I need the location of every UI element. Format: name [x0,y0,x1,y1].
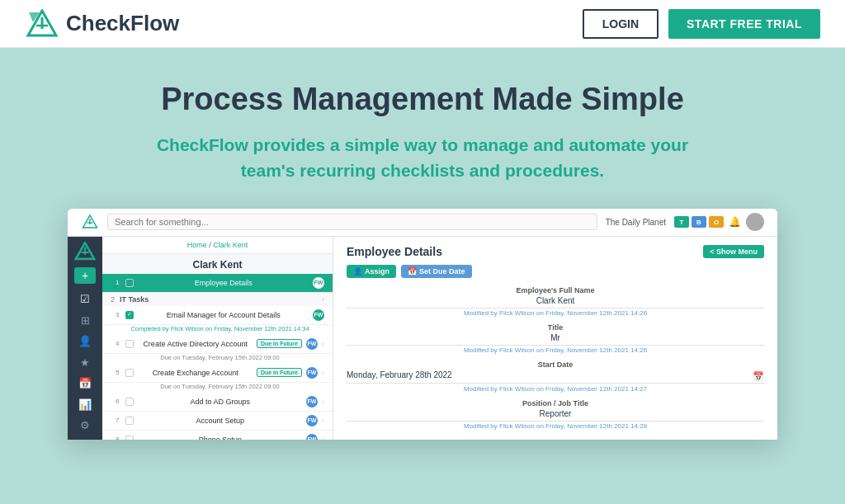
field-label: Title [347,323,764,332]
assign-button[interactable]: 👤 Assign [347,265,396,278]
task-num: 8 [116,436,119,440]
task-name: Email Manager for Account Details [138,311,309,319]
task-checkbox[interactable] [125,436,134,440]
field-value[interactable]: Monday, February 28th 2022 [347,370,452,382]
table-row[interactable]: 4 Create Active Directory Account Due in… [102,335,333,364]
field-meta: Modified by Flick Wilson on Friday, Nove… [347,309,764,317]
table-row[interactable]: 6 Add to AD Groups FW › [102,393,333,412]
task-checkbox[interactable] [125,369,134,377]
show-menu-button[interactable]: < Show Menu [703,245,764,258]
sidebar-calendar-icon[interactable]: 📅 [76,374,94,393]
field-meta: Modified by Flick Wilson on Friday, Nove… [347,346,764,354]
table-row[interactable]: 7 Account Setup FW › [102,412,333,431]
chevron-right-icon: › [322,436,324,440]
task-num: 4 [116,340,119,347]
task-name: Phone Setup [138,436,302,440]
notification-bell-icon[interactable]: 🔔 [729,216,741,228]
app-sidebar: + ☑ ⊞ 👤 ★ 📅 📊 ⚙ [68,237,102,440]
field-value[interactable]: Reporter [347,409,764,422]
app-search-input[interactable] [107,214,597,230]
breadcrumb: Home / Clark Kent [102,237,333,254]
hero-title: Process Management Made Simple [17,81,828,119]
task-checkbox[interactable] [125,417,134,425]
sidebar-chart-icon[interactable]: 📊 [76,396,94,414]
org-name: The Daily Planet [606,218,666,227]
logo-area: CheckFlow [25,9,179,39]
task-name: Account Setup [138,417,302,425]
task-name: Create Active Directory Account [138,340,252,348]
calendar-picker-icon[interactable]: 📅 [753,371,764,382]
sidebar-star-icon[interactable]: ★ [76,353,94,371]
table-row[interactable]: 5 Create Exchange Account Due in Future … [102,364,333,393]
task-meta: Due on Tuesday, February 15th 2022 09:00 [102,383,333,393]
chevron-right-icon: › [322,369,324,377]
chevron-right-icon: › [322,340,324,348]
due-badge: Due in Future [257,368,302,377]
field-value[interactable]: Clark Kent [347,296,764,309]
active-task-row[interactable]: 1 Employee Details FW [102,274,333,293]
field-label: Start Date [347,360,764,369]
app-logo-icon [81,214,99,229]
task-num: 1 [116,279,119,286]
task-checkbox[interactable] [125,279,134,287]
task-avatar: FW [306,434,318,440]
section-it-tasks: 2 IT Tasks › [102,293,333,306]
assign-icon: 👤 [353,267,362,276]
sidebar-grid-icon[interactable]: ⊞ [76,311,94,329]
chevron-right-icon: › [322,398,324,406]
task-avatar: FW [313,309,324,321]
task-num: 3 [116,311,119,318]
navbar: CheckFlow LOGIN START FREE TRIAL [0,0,845,48]
calendar-icon: 📅 [408,267,417,276]
task-name: Create Exchange Account [138,369,252,377]
chevron-right-icon: › [322,417,324,425]
set-due-date-button[interactable]: 📅 Set Due Date [401,265,472,278]
task-checkbox[interactable] [125,340,134,348]
table-row[interactable]: 8 Phone Setup FW › [102,431,333,440]
hero-subtitle: CheckFlow provides a simple way to manag… [142,132,703,184]
task-avatar: FW [306,396,318,407]
start-trial-button[interactable]: START FREE TRIAL [668,9,820,39]
field-label: Employee's Full Name [347,286,764,294]
task-checkbox[interactable] [125,398,134,406]
task-avatar: FW [313,277,324,289]
task-num: 7 [116,417,119,424]
user-avatar[interactable] [746,213,764,231]
logo-text: CheckFlow [66,11,179,36]
field-title: Title Mr Modified by Flick Wilson on Fri… [347,323,764,354]
checkflow-logo-icon [25,9,59,39]
sidebar-add-button[interactable]: + [74,267,96,284]
sidebar-settings-icon[interactable]: ⚙ [76,417,94,435]
sidebar-users-icon[interactable]: 👤 [76,332,94,351]
right-panel-title: Employee Details [347,245,442,258]
right-panel-header: Employee Details < Show Menu [347,245,764,258]
task-num: 6 [116,398,119,405]
field-meta: Modified by Flick Wilson on Friday, Nove… [347,422,764,430]
field-meta: Modified by Flick Wilson on Friday, Nove… [347,385,764,393]
hero-section: Process Management Made Simple CheckFlow… [0,48,845,504]
breadcrumb-user[interactable]: Clark Kent [213,241,248,249]
field-value[interactable]: Mr [347,333,764,346]
app-topbar: The Daily Planet T B O 🔔 [68,209,777,237]
sidebar-logo-icon [73,242,97,261]
task-avatar: FW [306,367,318,379]
task-num: 5 [116,369,119,376]
app-left-panel: Home / Clark Kent Clark Kent 1 Employee … [102,237,333,440]
table-row[interactable]: 3 Email Manager for Account Details FW C… [102,306,333,335]
task-checkbox-checked[interactable] [125,311,134,319]
app-topbar-right: The Daily Planet T B O 🔔 [606,213,764,231]
icon-blue: B [692,216,706,228]
task-name: Employee Details [138,279,309,287]
nav-buttons: LOGIN START FREE TRIAL [583,9,820,39]
section-chevron-icon[interactable]: › [322,295,324,304]
section-num: 2 [111,295,115,304]
breadcrumb-home[interactable]: Home [187,241,207,249]
icon-orange: O [709,216,724,228]
task-name: Add to AD Groups [138,398,302,406]
action-buttons: 👤 Assign 📅 Set Due Date [347,265,764,278]
login-button[interactable]: LOGIN [583,9,659,39]
task-meta: Completed by Flick Wilson on Friday, Nov… [102,325,333,335]
sidebar-checklist-icon[interactable]: ☑ [76,290,94,309]
task-avatar: FW [306,415,318,426]
section-title: IT Tasks [120,295,149,304]
